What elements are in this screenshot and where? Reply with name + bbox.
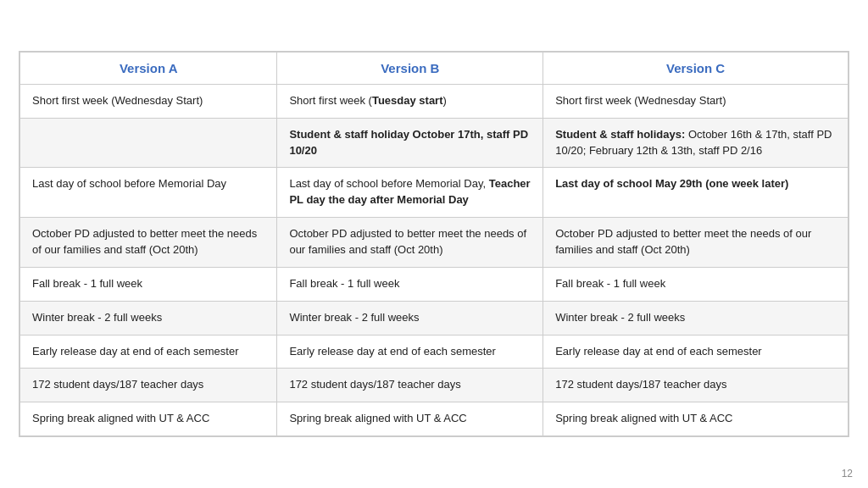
table-row: Short first week (Wednesday Start)Short … <box>20 84 849 118</box>
header-version-c: Version C <box>543 52 849 84</box>
table-row: Winter break - 2 full weeksWinter break … <box>20 301 849 335</box>
comparison-table-wrapper: Version A Version B Version C Short firs… <box>19 51 849 437</box>
table-row: Fall break - 1 full weekFall break - 1 f… <box>20 267 849 301</box>
table-cell: Winter break - 2 full weeks <box>543 301 849 335</box>
table-cell: Short first week (Wednesday Start) <box>543 84 849 118</box>
table-cell: Spring break aligned with UT & ACC <box>277 402 543 436</box>
table-cell: October PD adjusted to better meet the n… <box>543 218 849 268</box>
table-cell: Student & staff holiday October 17th, st… <box>277 118 543 168</box>
table-cell: Short first week (Wednesday Start) <box>20 84 277 118</box>
table-cell: Last day of school before Memorial Day <box>20 168 277 218</box>
table-row: Spring break aligned with UT & ACCSpring… <box>20 402 849 436</box>
table-row: Student & staff holiday October 17th, st… <box>20 118 849 168</box>
table-cell: 172 student days/187 teacher days <box>20 369 277 402</box>
table-cell: Spring break aligned with UT & ACC <box>20 402 277 436</box>
comparison-table: Version A Version B Version C Short firs… <box>19 52 849 436</box>
table-cell: Last day of school before Memorial Day, … <box>277 168 543 218</box>
table-row: Last day of school before Memorial DayLa… <box>20 168 849 218</box>
table-cell: 172 student days/187 teacher days <box>543 369 849 402</box>
table-cell <box>20 118 277 168</box>
table-cell: Early release day at end of each semeste… <box>277 335 543 369</box>
table-cell: Spring break aligned with UT & ACC <box>543 402 849 436</box>
table-row: Early release day at end of each semeste… <box>20 335 849 369</box>
table-row: October PD adjusted to better meet the n… <box>20 218 849 268</box>
table-cell: Winter break - 2 full weeks <box>20 301 277 335</box>
header-version-b: Version B <box>277 52 543 84</box>
table-cell: 172 student days/187 teacher days <box>277 369 543 402</box>
table-cell: Student & staff holidays: October 16th &… <box>543 118 849 168</box>
table-row: 172 student days/187 teacher days172 stu… <box>20 369 849 402</box>
table-cell: Short first week (Tuesday start) <box>277 84 543 118</box>
table-cell: Early release day at end of each semeste… <box>543 335 849 369</box>
header-version-a: Version A <box>20 52 277 84</box>
table-cell: Fall break - 1 full week <box>543 267 849 301</box>
table-cell: Early release day at end of each semeste… <box>20 335 277 369</box>
page-number: 12 <box>842 468 853 480</box>
table-cell: Fall break - 1 full week <box>20 267 277 301</box>
table-cell: October PD adjusted to better meet the n… <box>277 218 543 268</box>
table-cell: October PD adjusted to better meet the n… <box>20 218 277 268</box>
table-cell: Last day of school May 29th (one week la… <box>543 168 849 218</box>
table-cell: Winter break - 2 full weeks <box>277 301 543 335</box>
table-cell: Fall break - 1 full week <box>277 267 543 301</box>
